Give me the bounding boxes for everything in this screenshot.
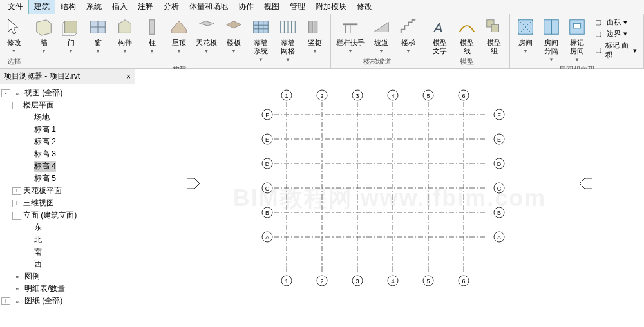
tree-node-东[interactable]: 东 <box>1 221 133 234</box>
tree-node-标高 2[interactable]: 标高 2 <box>1 136 133 148</box>
group-label-select: 选择 <box>7 57 21 67</box>
drawing-canvas[interactable]: BIM教程网 www.ifbim.com 112233445566FFEEDDC… <box>135 69 644 327</box>
menu-修改[interactable]: 修改 <box>352 0 377 14</box>
elevation-marker-west[interactable] <box>187 178 200 189</box>
menu-管理[interactable]: 管理 <box>285 0 310 14</box>
ribbon-btn-竖梃[interactable]: 竖梃▼ <box>302 15 328 56</box>
tree-toggle-icon[interactable]: + <box>12 200 21 207</box>
tree-node-西[interactable]: 西 <box>1 258 133 270</box>
svg-rect-16 <box>343 23 358 25</box>
tree-toggle-icon[interactable]: + <box>12 187 21 195</box>
tree-toggle-icon[interactable]: + <box>1 297 10 305</box>
tool-icon <box>457 17 477 37</box>
small-btn-边界[interactable]: ▢边界 ▾ <box>592 28 639 39</box>
modify-button[interactable]: 修改 ▼ <box>1 15 27 56</box>
tree-node-立面 (建筑立面)[interactable]: -立面 (建筑立面) <box>1 209 133 221</box>
tree-toggle-icon[interactable]: - <box>1 89 10 97</box>
ribbon-btn-楼梯[interactable]: 楼梯▼ <box>395 15 421 56</box>
small-label: 边界 <box>607 29 621 39</box>
menu-建筑[interactable]: 建筑 <box>28 0 55 14</box>
ribbon-btn-label: 模型组 <box>487 39 501 55</box>
tree-node-标高 4[interactable]: 标高 4 <box>1 160 133 173</box>
ribbon-btn-栏杆扶手[interactable]: 栏杆扶手▼ <box>334 15 367 56</box>
menu-bar: 文件建筑结构系统插入注释分析体量和场地协作视图管理附加模块修改 <box>0 0 644 14</box>
elevation-marker-east[interactable] <box>580 178 592 189</box>
ribbon-group-build: 墙▼门▼窗▼构件▼柱▼屋顶▼天花板▼楼板▼幕墙系统▼幕墙网格▼竖梃▼ 构建 <box>28 14 331 68</box>
ribbon-btn-幕墙系统[interactable]: 幕墙系统▼ <box>248 15 274 64</box>
svg-text:D: D <box>497 161 502 167</box>
tree-label: 立面 (建筑立面) <box>23 210 77 221</box>
tree-node-图例[interactable]: ▫图例 <box>1 270 133 283</box>
tree-node-天花板平面[interactable]: +天花板平面 <box>1 185 133 197</box>
ribbon-btn-标记房间[interactable]: 标记房间▼ <box>564 15 590 64</box>
tree-node-场地[interactable]: 场地 <box>1 111 133 124</box>
svg-text:1: 1 <box>285 278 288 285</box>
ribbon-btn-墙[interactable]: 墙▼ <box>31 15 57 56</box>
ribbon-btn-幕墙网格[interactable]: 幕墙网格▼ <box>275 15 301 64</box>
menu-系统[interactable]: 系统 <box>81 0 107 14</box>
ribbon-group-model: A模型文字模型线模型组 模型 <box>424 14 510 68</box>
ribbon-btn-房间[interactable]: 房间▼ <box>513 15 538 64</box>
ribbon-btn-模型线[interactable]: 模型线 <box>454 15 480 57</box>
menu-附加模块[interactable]: 附加模块 <box>310 0 352 14</box>
tree-node-标高 1[interactable]: 标高 1 <box>1 124 133 136</box>
svg-text:4: 4 <box>391 93 394 99</box>
tree-toggle-icon[interactable]: - <box>12 212 21 220</box>
menu-体量和场地[interactable]: 体量和场地 <box>184 0 233 14</box>
ribbon-btn-label: 天花板 <box>196 39 217 47</box>
small-btn-标记 面积[interactable]: ▢标记 面积 ▾ <box>592 40 639 61</box>
tree-node-视图 (全部)[interactable]: -▫视图 (全部) <box>1 87 133 99</box>
views-icon: ▫ <box>12 89 23 98</box>
svg-text:F: F <box>497 112 501 118</box>
tool-icon <box>169 17 189 37</box>
ribbon-btn-屋顶[interactable]: 屋顶▼ <box>166 15 192 56</box>
svg-text:2: 2 <box>320 93 323 99</box>
tree-node-楼层平面[interactable]: -楼层平面 <box>1 99 133 111</box>
ribbon-btn-模型组[interactable]: 模型组 <box>481 15 507 57</box>
menu-结构[interactable]: 结构 <box>55 0 81 14</box>
ribbon-btn-模型文字[interactable]: A模型文字 <box>427 15 453 57</box>
menu-视图[interactable]: 视图 <box>259 0 285 14</box>
ribbon-btn-窗[interactable]: 窗▼ <box>85 15 111 56</box>
ribbon-btn-楼板[interactable]: 楼板▼ <box>221 15 247 56</box>
tool-icon <box>223 17 244 37</box>
menu-注释[interactable]: 注释 <box>133 0 158 14</box>
tree-node-明细表/数量[interactable]: ▫明细表/数量 <box>1 283 133 295</box>
tree-label: 明细表/数量 <box>24 283 65 294</box>
tree-node-标高 5[interactable]: 标高 5 <box>1 173 133 185</box>
ribbon-btn-天花板[interactable]: 天花板▼ <box>193 15 220 56</box>
svg-text:3: 3 <box>355 93 359 99</box>
tree-node-图纸 (全部)[interactable]: +▫图纸 (全部) <box>1 295 133 307</box>
ribbon-btn-构件[interactable]: 构件▼ <box>112 15 138 56</box>
small-btn-面积[interactable]: ▢面积 ▾ <box>592 17 639 28</box>
svg-text:A: A <box>265 234 269 241</box>
close-icon[interactable]: × <box>126 72 131 81</box>
project-tree[interactable]: -▫视图 (全部)-楼层平面场地标高 1标高 2标高 3标高 4标高 5+天花板… <box>0 84 135 327</box>
svg-text:6: 6 <box>462 278 465 285</box>
ribbon-btn-柱[interactable]: 柱▼ <box>139 15 165 56</box>
tree-label: 西 <box>34 259 42 270</box>
ribbon-btn-坡道[interactable]: 坡道▼ <box>368 15 394 56</box>
ribbon-btn-门[interactable]: 门▼ <box>58 15 84 56</box>
ribbon-btn-label: 楼梯 <box>401 39 415 47</box>
svg-rect-14 <box>309 21 313 33</box>
tool-icon <box>33 17 54 37</box>
menu-分析[interactable]: 分析 <box>158 0 184 14</box>
svg-text:5: 5 <box>426 93 430 99</box>
ribbon-btn-房间分隔[interactable]: 房间分隔▼ <box>538 15 564 64</box>
tree-toggle-icon[interactable]: - <box>12 102 21 109</box>
menu-协作[interactable]: 协作 <box>233 0 259 14</box>
tool-icon <box>340 17 361 37</box>
tree-node-南[interactable]: 南 <box>1 246 133 258</box>
tree-label: 天花板平面 <box>23 185 62 196</box>
svg-text:A: A <box>433 20 443 35</box>
tree-label: 标高 1 <box>34 124 56 135</box>
menu-插入[interactable]: 插入 <box>107 0 133 14</box>
tree-node-三维视图[interactable]: +三维视图 <box>1 197 133 209</box>
tree-node-北[interactable]: 北 <box>1 234 133 246</box>
tree-node-标高 3[interactable]: 标高 3 <box>1 148 133 160</box>
menu-文件[interactable]: 文件 <box>3 0 28 14</box>
svg-text:C: C <box>497 185 502 192</box>
ribbon-btn-label: 栏杆扶手 <box>336 39 365 47</box>
ribbon-btn-label: 竖梃 <box>308 39 322 47</box>
